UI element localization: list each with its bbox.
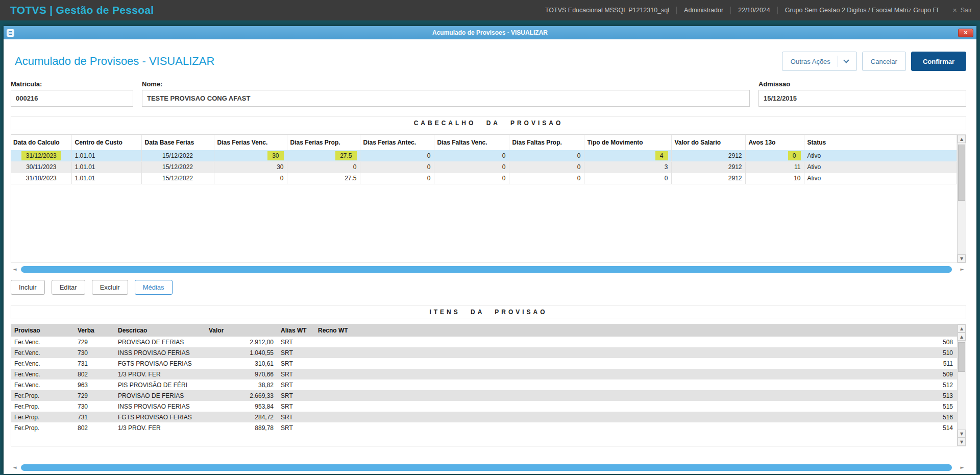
header-grid-column-header[interactable]: Dias Ferias Antec. — [360, 135, 434, 150]
items-grid-cell[interactable]: 509 — [315, 369, 957, 379]
items-grid-row[interactable]: Fer.Prop.731FGTS PROVISAO FERIAS284,72SR… — [11, 412, 957, 422]
items-grid-cell[interactable]: 511 — [315, 358, 957, 369]
header-grid-cell[interactable]: 30 — [214, 150, 287, 161]
header-grid-cell[interactable]: Ativo — [804, 150, 957, 161]
header-grid-cell[interactable]: 15/12/2022 — [141, 173, 214, 184]
scroll-thumb[interactable] — [21, 266, 952, 273]
header-grid-column-header[interactable]: Avos 13o — [745, 135, 804, 150]
outras-acoes-button[interactable]: Outras Ações — [782, 52, 857, 71]
items-grid-cell[interactable]: Fer.Prop. — [11, 390, 75, 401]
items-grid-cell[interactable]: 310,61 — [206, 358, 278, 369]
items-grid-column-header[interactable]: Provisao — [11, 324, 75, 337]
header-grid-cell[interactable]: 2912 — [671, 150, 745, 161]
items-grid-cell[interactable]: 516 — [315, 412, 957, 422]
window-restore-icon[interactable] — [7, 29, 14, 37]
items-grid-cell[interactable]: 802 — [75, 422, 115, 433]
items-grid-cell[interactable]: 512 — [315, 379, 957, 390]
items-grid-cell[interactable]: 1.040,55 — [206, 347, 278, 358]
header-grid-cell[interactable]: Ativo — [804, 173, 957, 184]
items-grid-cell[interactable]: SRT — [278, 379, 315, 390]
items-grid-row[interactable]: Fer.Venc.8021/3 PROV. FER970,66SRT509 — [11, 369, 957, 379]
scroll-up-button[interactable]: ▲ — [958, 332, 966, 341]
header-grid-cell[interactable]: 11 — [745, 161, 804, 173]
header-grid-hscrollbar[interactable]: ◄ ► — [11, 266, 966, 273]
header-grid-cell[interactable]: 0 — [434, 173, 509, 184]
scroll-right-button[interactable]: ► — [958, 464, 966, 471]
items-grid-cell[interactable]: SRT — [278, 412, 315, 422]
header-grid-cell[interactable]: 2912 — [671, 161, 745, 173]
confirmar-button[interactable]: Confirmar — [911, 52, 966, 71]
items-grid-cell[interactable]: 38,82 — [206, 379, 278, 390]
items-grid-row[interactable]: Fer.Venc.963PIS PROVISÃO DE FÉRI38,82SRT… — [11, 379, 957, 390]
header-grid-cell[interactable]: 31/10/2023 — [11, 173, 71, 184]
header-grid-row[interactable]: 30/11/20231.01.0115/12/20223000003291211… — [11, 161, 957, 173]
header-grid-cell[interactable]: 1.01.01 — [71, 150, 141, 161]
items-grid-cell[interactable]: 284,72 — [206, 412, 278, 422]
items-grid-cell[interactable]: 1/3 PROV. FER — [115, 369, 206, 379]
header-grid-cell[interactable]: 0 — [509, 161, 584, 173]
items-grid-cell[interactable]: Fer.Venc. — [11, 369, 75, 379]
items-grid-cell[interactable]: PIS PROVISÃO DE FÉRI — [115, 379, 206, 390]
items-grid-column-header[interactable]: Alias WT — [278, 324, 315, 337]
items-grid-cell[interactable]: SRT — [278, 358, 315, 369]
items-grid-cell[interactable]: INSS PROVISAO FERIAS — [115, 347, 206, 358]
header-grid-cell[interactable]: Ativo — [804, 161, 957, 173]
nome-input[interactable]: TESTE PROVISAO CONG AFAST — [142, 90, 750, 107]
incluir-button[interactable]: Incluir — [11, 280, 45, 295]
scroll-track[interactable] — [958, 144, 965, 254]
items-grid-row[interactable]: Fer.Prop.8021/3 PROV. FER889,78SRT514 — [11, 422, 957, 433]
header-grid-column-header[interactable]: Data do Calculo — [11, 135, 71, 150]
items-grid-row[interactable]: Fer.Venc.730INSS PROVISAO FERIAS1.040,55… — [11, 347, 957, 358]
items-grid-cell[interactable]: FGTS PROVISAO FERIAS — [115, 358, 206, 369]
matricula-input[interactable]: 000216 — [11, 90, 133, 107]
scroll-thumb[interactable] — [958, 145, 965, 201]
header-grid-cell[interactable]: 31/12/2023 — [11, 150, 71, 161]
items-grid-column-header[interactable]: Verba — [75, 324, 115, 337]
items-grid-cell[interactable]: SRT — [278, 369, 315, 379]
header-grid-cell[interactable]: 0 — [287, 161, 360, 173]
scroll-track[interactable] — [958, 341, 965, 429]
cancelar-button[interactable]: Cancelar — [862, 52, 906, 71]
items-grid-cell[interactable]: 953,84 — [206, 401, 278, 412]
admissao-input[interactable]: 15/12/2015 — [758, 90, 966, 107]
items-grid-column-header[interactable]: Descricao — [115, 324, 206, 337]
header-grid-column-header[interactable]: Centro de Custo — [71, 135, 141, 150]
header-grid-cell[interactable]: 3 — [584, 161, 671, 173]
items-grid-cell[interactable]: 514 — [315, 422, 957, 433]
items-grid-cell[interactable]: 970,66 — [206, 369, 278, 379]
items-grid-cell[interactable]: 513 — [315, 390, 957, 401]
scroll-track[interactable] — [20, 266, 957, 273]
items-grid-column-header[interactable]: Valor — [206, 324, 278, 337]
header-grid-column-header[interactable]: Valor do Salario — [671, 135, 745, 150]
items-grid-hscrollbar[interactable]: ◄ ► — [11, 464, 966, 471]
excluir-button[interactable]: Excluir — [92, 280, 128, 295]
items-grid-cell[interactable]: SRT — [278, 337, 315, 347]
header-grid-cell[interactable]: 30/11/2023 — [11, 161, 71, 173]
items-grid-cell[interactable]: SRT — [278, 390, 315, 401]
header-grid-column-header[interactable]: Dias Ferias Prop. — [287, 135, 360, 150]
header-grid-cell[interactable]: 15/12/2022 — [141, 150, 214, 161]
items-grid-cell[interactable]: 731 — [75, 412, 115, 422]
items-grid-cell[interactable]: Fer.Venc. — [11, 347, 75, 358]
scroll-up-button[interactable]: ▲ — [958, 324, 966, 332]
medias-button[interactable]: Médias — [135, 280, 173, 295]
items-grid-cell[interactable]: 729 — [75, 390, 115, 401]
header-grid-cell[interactable]: 4 — [584, 150, 671, 161]
items-grid-cell[interactable]: 729 — [75, 337, 115, 347]
items-grid-column-header[interactable]: Recno WT — [315, 324, 957, 337]
editar-button[interactable]: Editar — [52, 280, 85, 295]
header-grid-cell[interactable]: 0 — [214, 173, 287, 184]
scroll-track[interactable] — [20, 464, 957, 471]
items-grid-cell[interactable]: 731 — [75, 358, 115, 369]
header-grid-cell[interactable]: 15/12/2022 — [141, 161, 214, 173]
header-grid-row[interactable]: 31/12/20231.01.0115/12/20223027.50004291… — [11, 150, 957, 161]
modal-close-button[interactable]: × — [958, 29, 973, 37]
header-grid-cell[interactable]: 0 — [360, 150, 434, 161]
header-grid-column-header[interactable]: Dias Faltas Prop. — [509, 135, 584, 150]
items-grid-cell[interactable]: 802 — [75, 369, 115, 379]
scroll-down-button[interactable]: ▼ — [958, 438, 966, 446]
items-grid-cell[interactable]: Fer.Prop. — [11, 412, 75, 422]
header-grid-column-header[interactable]: Dias Faltas Venc. — [434, 135, 509, 150]
scroll-thumb[interactable] — [958, 342, 965, 372]
items-grid-cell[interactable]: 2.912,00 — [206, 337, 278, 347]
